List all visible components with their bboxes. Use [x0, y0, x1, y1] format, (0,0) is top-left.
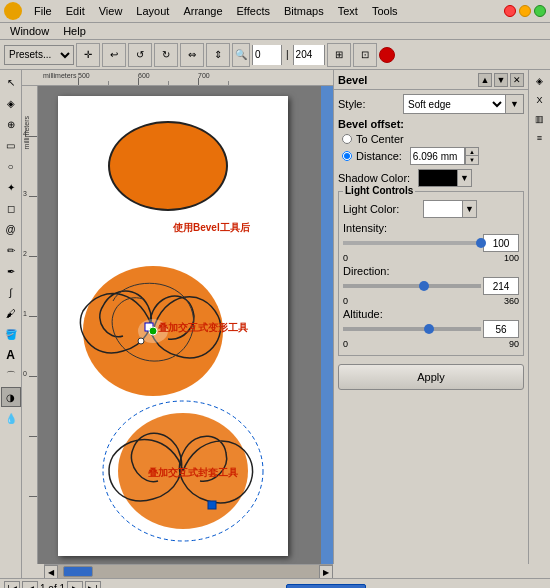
zoom-in-btn[interactable]: 🔍	[232, 43, 250, 67]
tool-select[interactable]: ↖	[1, 72, 21, 92]
zoom-value-input[interactable]	[253, 45, 281, 65]
extra-tool3[interactable]: ▥	[531, 110, 549, 128]
direction-track[interactable]	[343, 284, 481, 288]
tool-calligraphy[interactable]: ∫	[1, 282, 21, 302]
drawing-area[interactable]: 使用Bevel工具后	[38, 86, 333, 564]
menu-file[interactable]: File	[28, 4, 58, 18]
extra-tool1[interactable]: ◈	[531, 72, 549, 90]
direction-thumb[interactable]	[419, 281, 429, 291]
flip-h-btn[interactable]: ⇔	[180, 43, 204, 67]
intensity-slider-row	[343, 234, 519, 252]
flip-v-btn[interactable]: ⇕	[206, 43, 230, 67]
hscroll-track[interactable]	[58, 565, 319, 578]
window-close[interactable]	[504, 5, 516, 17]
tool-paint[interactable]: 🖌	[1, 303, 21, 323]
light-color-btn[interactable]: ▼	[463, 200, 477, 218]
menu-bitmaps[interactable]: Bitmaps	[278, 4, 330, 18]
svg-point-3	[149, 327, 157, 335]
tool-pen[interactable]: ✒	[1, 261, 21, 281]
altitude-thumb[interactable]	[424, 324, 434, 334]
ltick4	[29, 316, 37, 317]
menu-view[interactable]: View	[93, 4, 129, 18]
intensity-value[interactable]	[483, 234, 519, 252]
ltick1	[29, 136, 37, 137]
ruler-num-200: 2	[23, 250, 27, 257]
toolbar-extra1[interactable]: ⊞	[327, 43, 351, 67]
apply-button[interactable]: Apply	[338, 364, 524, 390]
tool-3d[interactable]: ◻	[1, 198, 21, 218]
radio-group: To Center Distance: ▲ ▼	[338, 133, 524, 165]
page-next-btn[interactable]: ▶	[67, 581, 83, 589]
distance-spin-down[interactable]: ▼	[465, 156, 479, 165]
tool-node[interactable]: ◈	[1, 93, 21, 113]
bevel-panel: Bevel ▲ ▼ ✕ Style: Soft edge ▼	[333, 70, 528, 564]
intensity-track[interactable]	[343, 241, 481, 245]
page-prev-btn[interactable]: ◀	[22, 581, 38, 589]
panel-down-btn[interactable]: ▼	[494, 73, 508, 87]
tool-connector[interactable]: ⌒	[1, 366, 21, 386]
tool-pencil[interactable]: ✏	[1, 240, 21, 260]
rotate-left-btn[interactable]: ↺	[128, 43, 152, 67]
hscroll-left-btn[interactable]: ◀	[44, 565, 58, 578]
intensity-label: Intensity:	[343, 222, 387, 234]
hscrollbar[interactable]: ◀ ▶	[44, 564, 333, 578]
menu-effects[interactable]: Effects	[231, 4, 276, 18]
ltick6	[29, 436, 37, 437]
menu-window[interactable]: Window	[4, 24, 55, 38]
tool-star[interactable]: ✦	[1, 177, 21, 197]
radio-distance-input[interactable]	[342, 151, 352, 161]
hscroll-right-btn[interactable]: ▶	[319, 565, 333, 578]
extra-tool2[interactable]: X	[531, 91, 549, 109]
menu-text[interactable]: Text	[332, 4, 364, 18]
stop-btn[interactable]	[379, 47, 395, 63]
page-first-btn[interactable]: |◀	[4, 581, 20, 589]
style-select[interactable]: Soft edge	[403, 94, 506, 114]
radio-to-center-input[interactable]	[342, 134, 352, 144]
menu-layout[interactable]: Layout	[130, 4, 175, 18]
canvas-main-row: 500 600 700 millimeters	[22, 70, 550, 564]
ltick2	[29, 196, 37, 197]
panel-up-btn[interactable]: ▲	[478, 73, 492, 87]
menu-edit[interactable]: Edit	[60, 4, 91, 18]
hscroll-thumb[interactable]	[63, 566, 93, 577]
tool-eyedropper[interactable]: 💧	[1, 408, 21, 428]
panel-close-btn[interactable]: ✕	[510, 73, 524, 87]
menu-help[interactable]: Help	[57, 24, 92, 38]
altitude-value[interactable]	[483, 320, 519, 338]
tick-500	[78, 78, 79, 85]
select-tool-btn[interactable]: ✛	[76, 43, 100, 67]
tool-text[interactable]: A	[1, 345, 21, 365]
shadow-color-btn[interactable]: ▼	[458, 169, 472, 187]
style-select-btn[interactable]: ▼	[506, 94, 524, 114]
intensity-fill	[343, 241, 481, 245]
canvas-label2: 叠加交互式变形工具	[158, 321, 248, 335]
window-maximize[interactable]	[534, 5, 546, 17]
altitude-slider-row	[343, 320, 519, 338]
tool-rect[interactable]: ▭	[1, 135, 21, 155]
toolbar-extra2[interactable]: ⊡	[353, 43, 377, 67]
window-minimize[interactable]	[519, 5, 531, 17]
altitude-max: 90	[509, 339, 519, 349]
tool-gradient[interactable]: ◑	[1, 387, 21, 407]
presets-select[interactable]: Presets...	[4, 45, 74, 65]
tool-zoom[interactable]: ⊕	[1, 114, 21, 134]
distance-input[interactable]	[410, 147, 465, 165]
direction-value[interactable]	[483, 277, 519, 295]
page-last-btn[interactable]: ▶|	[85, 581, 101, 589]
tool-ellipse[interactable]: ○	[1, 156, 21, 176]
tool-spiral[interactable]: @	[1, 219, 21, 239]
distance-spin-up[interactable]: ▲	[465, 147, 479, 156]
altitude-fill	[343, 327, 429, 331]
undo-btn[interactable]: ↩	[102, 43, 126, 67]
zoom-separator: |	[284, 49, 291, 60]
tool-fill[interactable]: 🪣	[1, 324, 21, 344]
statusbar: |◀ ◀ 1 of 1 ▶ ▶|	[0, 578, 550, 588]
altitude-track[interactable]	[343, 327, 481, 331]
rotation-input[interactable]	[294, 45, 324, 65]
intensity-thumb[interactable]	[476, 238, 486, 248]
rotate-right-btn[interactable]: ↻	[154, 43, 178, 67]
extra-tool4[interactable]: ≡	[531, 129, 549, 147]
menu-tools[interactable]: Tools	[366, 4, 404, 18]
menu-arrange[interactable]: Arrange	[177, 4, 228, 18]
altitude-labels: 0 90	[343, 339, 519, 349]
